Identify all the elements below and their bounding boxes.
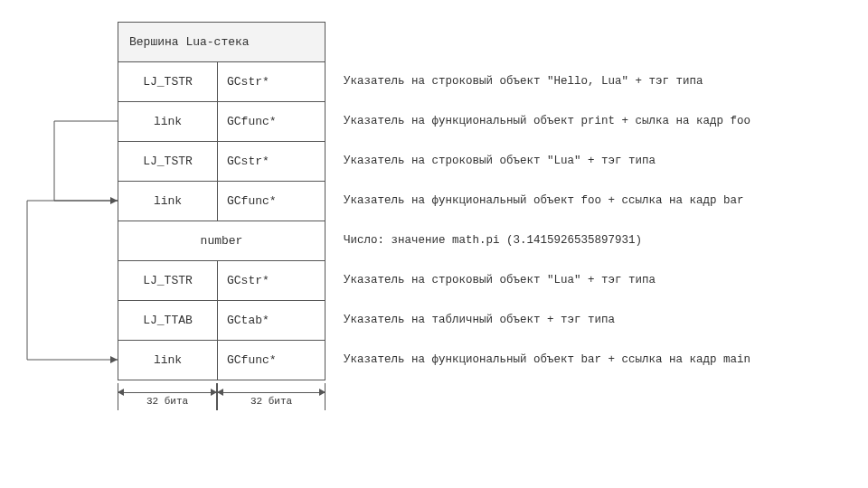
stack-header-label: Вершина Lua-стека xyxy=(129,35,250,49)
stack-header: Вершина Lua-стека xyxy=(118,23,325,62)
stack-row: link GCfunc* xyxy=(118,341,325,380)
cell-pointer: GCtab* xyxy=(218,301,325,340)
stack-row: LJ_TSTR GCstr* xyxy=(118,62,325,102)
frame-link-connectors xyxy=(0,22,118,401)
cell-full: number xyxy=(118,234,325,248)
cell-pointer: GCstr* xyxy=(218,142,325,181)
cell-pointer: GCstr* xyxy=(218,261,325,300)
cell-tag: LJ_TSTR xyxy=(118,62,218,101)
stack-row: link GCfunc* xyxy=(118,182,325,221)
stack-row: LJ_TSTR GCstr* xyxy=(118,142,325,182)
stack-row: LJ_TSTR GCstr* xyxy=(118,261,325,301)
row-description: Указатель на функциональный объект bar +… xyxy=(344,340,850,380)
dim-label-left: 32 бита xyxy=(118,396,217,407)
cell-pointer: GCfunc* xyxy=(218,102,325,141)
stack-row: LJ_TTAB GCtab* xyxy=(118,301,325,341)
cell-tag: link xyxy=(118,102,218,141)
cell-pointer: GCfunc* xyxy=(218,182,325,221)
cell-tag: LJ_TSTR xyxy=(118,261,218,300)
cell-tag: link xyxy=(118,182,218,221)
row-description: Указатель на строковый объект "Hello, Lu… xyxy=(344,61,850,101)
row-description: Число: значение math.pi (3.1415926535897… xyxy=(344,221,850,260)
stack-row: number xyxy=(118,221,325,261)
cell-pointer: GCstr* xyxy=(218,62,325,101)
row-description: Указатель на строковый объект "Lua" + тэ… xyxy=(344,141,850,181)
row-description: Указатель на табличный объект + тэг типа xyxy=(344,300,850,340)
row-description: Указатель на строковый объект "Lua" + тэ… xyxy=(344,260,850,300)
cell-tag: LJ_TSTR xyxy=(118,142,218,181)
stack-table: Вершина Lua-стека LJ_TSTR GCstr* link GC… xyxy=(118,22,326,380)
row-description: Указатель на функциональный объект print… xyxy=(344,101,850,141)
stack-row: link GCfunc* xyxy=(118,102,325,142)
cell-pointer: GCfunc* xyxy=(218,341,325,380)
row-description: Указатель на функциональный объект foo +… xyxy=(344,181,850,221)
svg-marker-1 xyxy=(110,356,118,363)
width-dimension: 32 бита 32 бита xyxy=(118,383,326,410)
cell-tag: LJ_TTAB xyxy=(118,301,218,340)
dim-label-right: 32 бита xyxy=(217,396,326,407)
cell-tag: link xyxy=(118,341,218,380)
